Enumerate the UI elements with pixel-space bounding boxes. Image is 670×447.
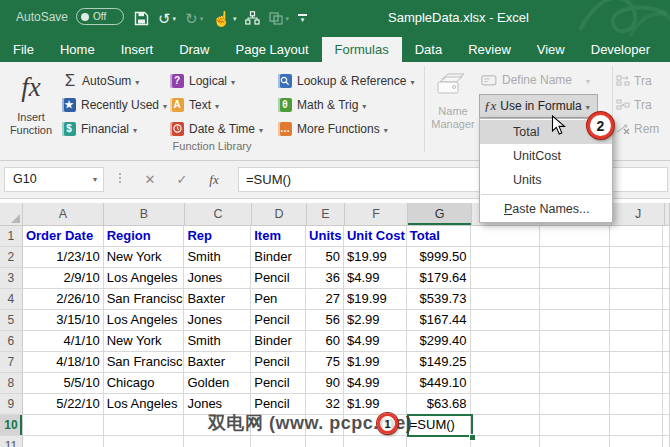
cell-C2[interactable]: Smith [184,247,251,268]
name-box-caret-icon[interactable]: ▾ [93,168,97,191]
math-trig-button[interactable]: θ Math & Trig [278,93,414,116]
cancel-button[interactable]: ✕ [136,167,164,192]
cell-G5[interactable]: $167.44 [407,310,471,331]
financial-button[interactable]: $ Financial [62,117,167,140]
cell-G8[interactable]: $449.10 [407,373,471,394]
row-header-1[interactable]: 1 [0,226,23,247]
logical-button[interactable]: ? Logical [170,69,263,92]
cell-C1[interactable]: Rep [184,226,251,247]
row-header-6[interactable]: 6 [0,331,23,352]
customize-quick-access-icon[interactable]: ▾ [298,14,307,22]
cell-B5[interactable]: Los Angeles [104,310,185,331]
cell-C3[interactable]: Jones [184,268,251,289]
cell-edge5[interactable] [663,310,670,331]
autosum-button[interactable]: Σ AutoSum [62,69,167,92]
cell-A4[interactable]: 2/26/10 [23,289,104,310]
cell-I9[interactable] [540,394,610,415]
cell-F6[interactable]: $4.99 [344,331,407,352]
cell-J11[interactable] [610,436,663,447]
cell-H9[interactable] [471,394,541,415]
cell-J2[interactable] [610,247,663,268]
column-header-B[interactable]: B [104,203,185,226]
column-header-J[interactable]: J [612,203,665,226]
cell-B4[interactable]: San Francisco [104,289,185,310]
cell-D8[interactable]: Pencil [251,373,306,394]
menu-item-unitcost[interactable]: UnitCost [480,144,612,168]
autosave-toggle[interactable]: Off [76,8,124,25]
cell-H1[interactable] [471,226,541,247]
cell-B3[interactable]: Los Angeles [104,268,185,289]
cell-G9[interactable]: $63.68 [407,394,471,415]
cell-G11[interactable] [407,436,471,447]
cell-J4[interactable] [610,289,663,310]
cell-I5[interactable] [540,310,610,331]
cell-E8[interactable]: 90 [306,373,344,394]
enter-button[interactable]: ✓ [168,167,196,192]
cell-C8[interactable]: Golden [184,373,251,394]
row-header-7[interactable]: 7 [0,352,23,373]
picture-tools-button[interactable]: ▾ [269,12,289,25]
row-header-8[interactable]: 8 [0,373,23,394]
cell-edge8[interactable] [663,373,670,394]
cell-I7[interactable] [540,352,610,373]
trace-dependents-button[interactable]: Tra [616,93,659,116]
cell-A1[interactable]: Order Date [23,226,104,247]
cell-I10[interactable] [540,415,610,436]
menu-item-units[interactable]: Units [480,168,612,192]
cell-B7[interactable]: San Francisco [104,352,185,373]
tab-formulas[interactable]: Formulas [322,37,402,62]
cell-J10[interactable] [610,415,663,436]
cell-B2[interactable]: New York [104,247,185,268]
cell-I11[interactable] [540,436,610,447]
cell-J5[interactable] [610,310,663,331]
cell-H10[interactable] [471,415,541,436]
row-header-5[interactable]: 5 [0,310,23,331]
cell-E11[interactable] [306,436,344,447]
menu-item-paste-names[interactable]: Paste Names... [480,197,612,221]
touch-mode-button[interactable]: ☝▾ [212,11,236,26]
tab-view[interactable]: View [524,37,578,62]
redo-button[interactable]: ↻▾ [185,11,203,26]
cell-G7[interactable]: $149.25 [407,352,471,373]
define-name-button[interactable]: Define Name [481,69,590,91]
column-header-A[interactable]: A [23,203,104,226]
cell-G6[interactable]: $299.40 [407,331,471,352]
cell-I2[interactable] [540,247,610,268]
cell-J9[interactable] [610,394,663,415]
column-header-C[interactable]: C [185,203,252,226]
formula-bar-resize-handle[interactable] [119,173,121,183]
cell-H2[interactable] [471,247,541,268]
cell-A3[interactable]: 2/9/10 [23,268,104,289]
lookup-reference-button[interactable]: Lookup & Reference [278,69,414,92]
tab-review[interactable]: Review [455,37,524,62]
cell-edge3[interactable] [663,268,670,289]
cell-D1[interactable]: Item [251,226,306,247]
column-header-D[interactable]: D [252,203,307,226]
cell-C7[interactable]: Baxter [184,352,251,373]
tab-developer[interactable]: Developer [578,37,663,62]
cell-G2[interactable]: $999.50 [407,247,471,268]
cell-edge9[interactable] [663,394,670,415]
trace-precedents-button[interactable]: Tra [616,69,659,92]
cell-B6[interactable]: New York [104,331,185,352]
cell-F7[interactable]: $1.99 [344,352,407,373]
cell-J1[interactable] [610,226,663,247]
cell-E1[interactable]: Units [306,226,344,247]
cell-I4[interactable] [540,289,610,310]
cell-A7[interactable]: 4/18/10 [23,352,104,373]
cell-D4[interactable]: Pen [251,289,306,310]
cell-A2[interactable]: 1/23/10 [23,247,104,268]
cell-D3[interactable]: Pencil [251,268,306,289]
row-header-2[interactable]: 2 [0,247,23,268]
tab-data[interactable]: Data [402,37,455,62]
cell-A11[interactable] [23,436,104,447]
cell-edge6[interactable] [663,331,670,352]
cell-C6[interactable]: Smith [184,331,251,352]
insert-function-fx-button[interactable]: fx [200,167,228,192]
cell-B11[interactable] [104,436,185,447]
tab-help[interactable]: Help [663,37,670,62]
cell-edge10[interactable] [663,415,670,436]
cell-F1[interactable]: Unit Cost [344,226,407,247]
cell-I6[interactable] [540,331,610,352]
cell-edge11[interactable] [663,436,670,447]
